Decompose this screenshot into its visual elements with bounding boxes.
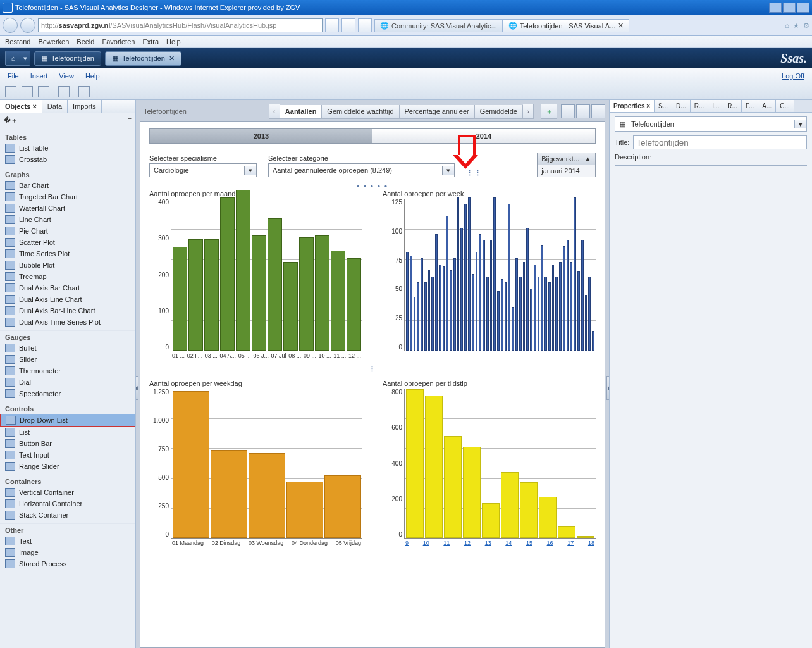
object-text-input[interactable]: Text Input xyxy=(0,449,135,461)
tabs-next[interactable]: › xyxy=(523,104,534,118)
new-icon[interactable] xyxy=(5,86,16,97)
left-tab-data[interactable]: Data xyxy=(42,100,68,113)
object-drop-down-list[interactable]: Drop-Down List xyxy=(0,414,135,427)
menu-file[interactable]: File xyxy=(8,72,19,80)
drag-handle[interactable]: • • • • • xyxy=(149,182,596,190)
prop-tab-4[interactable]: I... xyxy=(708,100,723,112)
object-dual-axis-time-series-plot[interactable]: Dual Axis Time Series Plot xyxy=(0,316,135,328)
object-stack-container[interactable]: Stack Container xyxy=(0,509,135,521)
drag-handle[interactable]: ⋮ xyxy=(149,365,596,373)
tools-icon[interactable]: ⚙ xyxy=(803,22,809,30)
filter-categorie-dropdown[interactable]: Aantal geannuleerde oproepen (8.249)▾ xyxy=(268,163,455,177)
prop-tab-7[interactable]: A... xyxy=(758,100,776,112)
chart-plot[interactable]: 4003002001000 xyxy=(171,199,362,351)
compat-icon[interactable] xyxy=(325,18,339,32)
prop-tab-0[interactable]: Properties × xyxy=(610,100,655,112)
prop-tab-5[interactable]: R... xyxy=(723,100,742,112)
object-dual-axis-bar-line-chart[interactable]: Dual Axis Bar-Line Chart xyxy=(0,305,135,316)
left-tab-objects[interactable]: Objects × xyxy=(0,100,42,113)
context-selector[interactable]: ▦ Telefoontijden▾ xyxy=(615,116,807,132)
save-icon[interactable] xyxy=(38,86,49,97)
close-button[interactable] xyxy=(797,3,809,13)
object-treemap[interactable]: Treemap xyxy=(0,271,135,282)
tabs-prev[interactable]: ‹ xyxy=(269,104,280,118)
menu-insert[interactable]: Insert xyxy=(30,72,48,80)
refresh-icon[interactable] xyxy=(341,18,355,32)
menu-bewerken[interactable]: Bewerken xyxy=(38,38,69,46)
object-bar-chart[interactable]: Bar Chart xyxy=(0,180,135,191)
close-icon[interactable]: × xyxy=(32,103,36,110)
section-tab-2[interactable]: Percentage annuleer xyxy=(400,105,475,118)
home-icon[interactable]: ⌂ xyxy=(785,22,789,30)
close-icon[interactable]: × xyxy=(646,103,650,109)
app-tab-0[interactable]: ▦ Telefoontijden xyxy=(34,51,101,66)
description-input[interactable] xyxy=(615,165,807,166)
object-waterfall-chart[interactable]: Waterfall Chart xyxy=(0,202,135,214)
object-dial[interactable]: Dial xyxy=(0,377,135,388)
year-2013[interactable]: 2013 xyxy=(150,129,372,143)
menu-help[interactable]: Help xyxy=(166,38,181,46)
object-text[interactable]: Text xyxy=(0,535,135,547)
object-pie-chart[interactable]: Pie Chart xyxy=(0,225,135,237)
browser-tab-0[interactable]: 🌐 Community: SAS Visual Analytic... xyxy=(374,19,503,32)
prop-tab-2[interactable]: D... xyxy=(672,100,691,112)
preview-icon[interactable] xyxy=(78,86,90,97)
object-list-table[interactable]: List Table xyxy=(0,142,135,154)
logoff-link[interactable]: Log Off xyxy=(782,72,804,80)
drag-handle[interactable]: ⋮⋮ xyxy=(466,169,483,177)
restore-button[interactable] xyxy=(783,3,796,13)
minimize-button[interactable] xyxy=(769,3,782,13)
menu-bestand[interactable]: Bestand xyxy=(5,38,30,46)
object-line-chart[interactable]: Line Chart xyxy=(0,214,135,225)
open-icon[interactable] xyxy=(22,86,33,97)
fullscreen-icon[interactable] xyxy=(561,104,575,118)
object-list[interactable]: List xyxy=(0,427,135,438)
forward-button[interactable] xyxy=(20,18,35,33)
add-section-button[interactable]: ＋ xyxy=(541,104,557,119)
prop-tab-3[interactable]: R... xyxy=(691,100,709,112)
object-range-slider[interactable]: Range Slider xyxy=(0,461,135,472)
object-dual-axis-bar-chart[interactable]: Dual Axis Bar Chart xyxy=(0,282,135,294)
back-button[interactable] xyxy=(3,18,18,33)
object-slider[interactable]: Slider xyxy=(0,354,135,365)
object-vertical-container[interactable]: Vertical Container xyxy=(0,487,135,498)
prop-tab-1[interactable]: S... xyxy=(655,100,672,112)
object-speedometer[interactable]: Speedometer xyxy=(0,388,135,399)
section-tab-3[interactable]: Gemiddelde xyxy=(475,105,523,118)
object-bubble-plot[interactable]: Bubble Plot xyxy=(0,259,135,271)
chart-plot[interactable]: 1251007550250 xyxy=(404,199,596,351)
favorites-icon[interactable]: ★ xyxy=(793,22,799,30)
menu-favorieten[interactable]: Favorieten xyxy=(102,38,135,46)
app-tab-1[interactable]: ▦ Telefoontijden ✕ xyxy=(105,51,181,66)
stop-icon[interactable] xyxy=(358,18,372,32)
year-buttonbar[interactable]: 2013 2014 xyxy=(149,128,596,144)
object-dual-axis-line-chart[interactable]: Dual Axis Line Chart xyxy=(0,294,135,305)
title-input[interactable] xyxy=(633,135,807,149)
filter-specialisme-dropdown[interactable]: Cardiologie▾ xyxy=(149,163,257,177)
section-tab-0[interactable]: Aantallen xyxy=(280,105,323,118)
year-2014[interactable]: 2014 xyxy=(372,129,595,143)
app-home-dropdown[interactable]: ▾ xyxy=(21,51,30,65)
panel-menu-icon[interactable]: ≡ xyxy=(128,116,132,125)
left-tab-imports[interactable]: Imports xyxy=(68,100,102,113)
grid-icon[interactable] xyxy=(591,104,605,118)
object-crosstab[interactable]: Crosstab xyxy=(0,154,135,165)
prop-tab-8[interactable]: C... xyxy=(776,100,794,112)
prop-tab-6[interactable]: F... xyxy=(742,100,758,112)
layout-icon[interactable] xyxy=(576,104,590,118)
object-image[interactable]: Image xyxy=(0,547,135,558)
export-icon[interactable] xyxy=(58,86,70,97)
object-scatter-plot[interactable]: Scatter Plot xyxy=(0,237,135,248)
section-tab-1[interactable]: Gemiddelde wachttijd xyxy=(322,105,399,118)
object-button-bar[interactable]: Button Bar xyxy=(0,438,135,449)
app-home-icon[interactable]: ⌂ xyxy=(6,51,21,65)
menu-help[interactable]: Help xyxy=(85,72,100,80)
sort-icon[interactable]: ▲ xyxy=(584,155,591,163)
object-bullet[interactable]: Bullet xyxy=(0,342,135,354)
close-icon[interactable]: ✕ xyxy=(169,54,175,63)
add-object-icon[interactable]: �＋ xyxy=(4,116,18,125)
object-horizontal-container[interactable]: Horizontal Container xyxy=(0,498,135,509)
browser-tab-1[interactable]: 🌐 Telefoontijden - SAS Visual A... ✕ xyxy=(503,19,629,32)
address-bar[interactable]: http:// sasvaprd.zgv.nl /SASVisualAnalyt… xyxy=(38,18,323,32)
chart-plot[interactable]: 8006004002000 xyxy=(404,389,596,539)
